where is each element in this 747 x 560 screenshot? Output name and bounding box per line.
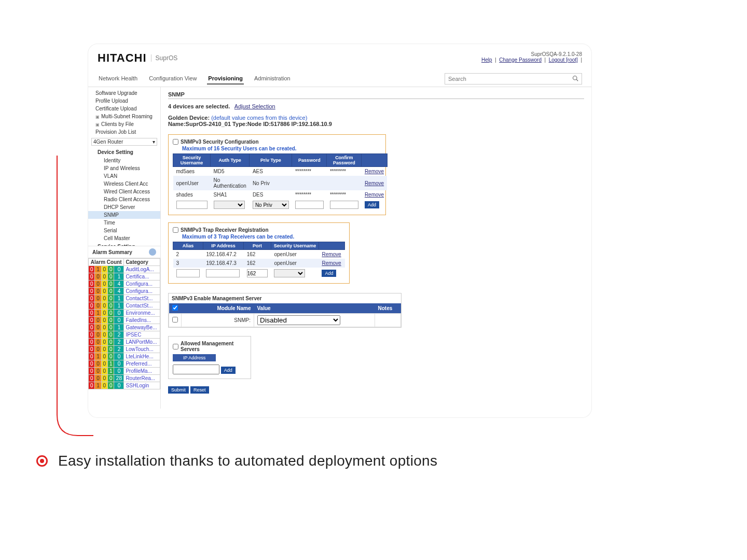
allowed-ip-input[interactable] (173, 365, 219, 374)
sec1-new-priv[interactable]: No Priv (253, 201, 289, 209)
sidebar-item-certificate-upload[interactable]: Certificate Upload (91, 105, 160, 113)
sidebar-item-multi-subnet-roaming[interactable]: Multi-Subnet Roaming (91, 113, 160, 120)
sidebar-item-clients-by-file[interactable]: Clients by File (91, 120, 160, 128)
tree-item-vlan[interactable]: VLAN (88, 172, 160, 180)
sec1-new-pw[interactable] (295, 201, 324, 209)
reset-button[interactable]: Reset (190, 386, 209, 394)
trap-receiver-box: SNMPv3 Trap Receiver Registration Maximu… (168, 222, 350, 284)
adjust-selection-link[interactable]: Adjust Selection (234, 103, 275, 109)
alarm-row[interactable]: 00001ContactSt... (89, 302, 160, 310)
brand-main: HITACHI (98, 51, 147, 65)
sec2-new-alias[interactable] (176, 269, 200, 277)
selection-count: 4 devices are selected. (168, 103, 230, 109)
sec1-col-username: Security Username (173, 154, 211, 167)
snmp-security-checkbox[interactable] (173, 139, 178, 145)
alarm-row[interactable]: 01000SSHLogin (89, 382, 160, 389)
trap-receiver-checkbox[interactable] (173, 227, 178, 233)
alarm-table: Alarm Count Category 01000AuditLogA...00… (88, 258, 160, 389)
tree-item-radio-client[interactable]: Radio Client Access (88, 195, 160, 203)
snmp-security-box: SNMPv3 Security Configuration Maximum of… (168, 134, 386, 215)
device-type-label: 4Gen Router (93, 139, 123, 145)
help-link[interactable]: Help (481, 57, 492, 63)
svg-point-0 (573, 76, 577, 80)
security-user-row: md5aesMD5AES****************Remove (173, 167, 388, 176)
trap-receiver-row: 2192.168.47.2162openUserRemove (173, 250, 345, 259)
mgmt-header-checkbox[interactable] (172, 305, 178, 311)
alarm-row[interactable]: 00002IPSEC (89, 331, 160, 339)
remove-link[interactable]: Remove (322, 260, 341, 266)
snmp-security-note: Maximum of 16 Security Users can be crea… (182, 146, 381, 151)
sec2-col-user: Security Username (271, 242, 319, 250)
snmp-security-title: SNMPv3 Security Configuration (181, 139, 259, 145)
sec2-new-user[interactable] (274, 269, 305, 277)
change-password-link[interactable]: Change Password (499, 57, 542, 63)
sec1-new-pw2[interactable] (330, 201, 358, 209)
allowed-servers-checkbox[interactable] (173, 344, 178, 349)
security-user-row: shadesSHA1DES****************Remove (173, 190, 388, 199)
mgmt-server-title: SNMPv3 Enable Management Server (169, 293, 401, 303)
allowed-servers-title: Allowed Management Servers (181, 341, 246, 352)
alarm-row[interactable]: 00002LANPortMo... (89, 339, 160, 346)
alarm-row[interactable]: 00010ProfileMa... (89, 368, 160, 375)
search-box[interactable] (445, 73, 582, 85)
tab-network-health[interactable]: Network Health (98, 73, 139, 85)
sec2-add-button[interactable]: Add (322, 270, 336, 277)
tree-item-identity[interactable]: Identity (88, 157, 160, 164)
tree-service-setting[interactable]: Service Setting (88, 242, 160, 246)
remove-link[interactable]: Remove (365, 192, 384, 198)
trap-receiver-title: SNMPv3 Trap Receiver Registration (181, 227, 269, 233)
allowed-ip-header: IP Address (173, 354, 216, 361)
alarm-row[interactable]: 01000Environme... (89, 310, 160, 317)
search-icon[interactable] (572, 75, 578, 82)
search-input[interactable] (448, 76, 572, 82)
alarm-row[interactable]: 00002LowTouch... (89, 346, 160, 353)
mgmt-row-checkbox[interactable] (172, 317, 178, 323)
remove-link[interactable]: Remove (365, 169, 384, 174)
mgmt-row-value[interactable]: Disabled (257, 315, 340, 325)
tree-item-wireless-client[interactable]: Wireless Client Acc (88, 180, 160, 188)
alarm-row[interactable]: 00001ContactSt... (89, 295, 160, 302)
alarm-row[interactable]: 000028RouterRea... (89, 375, 160, 382)
device-type-selector[interactable]: 4Gen Router ▾ (91, 138, 157, 146)
sidebar-item-software-upgrade[interactable]: Software Upgrade (91, 89, 160, 97)
alarm-row[interactable]: 00001Certifica... (89, 273, 160, 281)
allowed-add-button[interactable]: Add (221, 367, 236, 374)
sec1-new-auth[interactable] (214, 201, 245, 209)
version-label: SuprOSQA-9.2.1.0-28 (481, 51, 582, 57)
tree-item-cell-master[interactable]: Cell Master (88, 234, 160, 242)
tree-item-dhcp-server[interactable]: DHCP Server (88, 203, 160, 211)
tree-item-ip-wireless[interactable]: IP and Wireless (88, 164, 160, 172)
tree-item-snmp[interactable]: SNMP (88, 211, 160, 219)
sidebar-item-profile-upload[interactable]: Profile Upload (91, 97, 160, 105)
alarm-row[interactable]: 00000FailedIns... (89, 317, 160, 324)
sec1-new-username[interactable] (176, 201, 208, 209)
tab-configuration-view[interactable]: Configuration View (148, 73, 198, 85)
tree-device-setting[interactable]: Device Setting (88, 148, 160, 157)
golden-default-note: (default value comes from this device) (211, 115, 307, 121)
alarm-row[interactable]: 00004Configura... (89, 288, 160, 295)
alarm-row[interactable]: 00001GatewayBe... (89, 324, 160, 331)
tab-administration[interactable]: Administration (253, 73, 292, 85)
trap-receiver-note: Maximum of 3 Trap Receivers can be creat… (182, 234, 345, 240)
remove-link[interactable]: Remove (322, 251, 341, 257)
sec2-col-ip: IP Address (203, 242, 243, 250)
remove-link[interactable]: Remove (365, 180, 384, 186)
allowed-servers-box: Allowed Management Servers IP Address Ad… (168, 336, 251, 379)
sec2-new-port[interactable] (247, 269, 268, 277)
alarm-row[interactable]: 01000AuditLogA... (89, 266, 160, 273)
tree-item-time[interactable]: Time (88, 219, 160, 227)
sec1-add-button[interactable]: Add (365, 201, 379, 208)
sidebar-item-provision-job-list[interactable]: Provision Job List (91, 128, 160, 136)
tab-provisioning[interactable]: Provisioning (207, 73, 244, 85)
alarm-category-header: Category (124, 259, 160, 266)
tree-item-serial[interactable]: Serial (88, 227, 160, 234)
logout-link[interactable]: Logout [root] (549, 57, 578, 63)
refresh-icon[interactable] (149, 248, 156, 256)
golden-label: Golden Device: (168, 115, 210, 121)
alarm-row[interactable]: 00010Preferred... (89, 360, 160, 368)
alarm-row[interactable]: 01000LteLinkHe... (89, 353, 160, 360)
submit-button[interactable]: Submit (168, 386, 189, 394)
alarm-row[interactable]: 00004Configura... (89, 281, 160, 288)
tree-item-wired-client[interactable]: Wired Client Access (88, 188, 160, 195)
sec2-new-ip[interactable] (206, 269, 240, 277)
